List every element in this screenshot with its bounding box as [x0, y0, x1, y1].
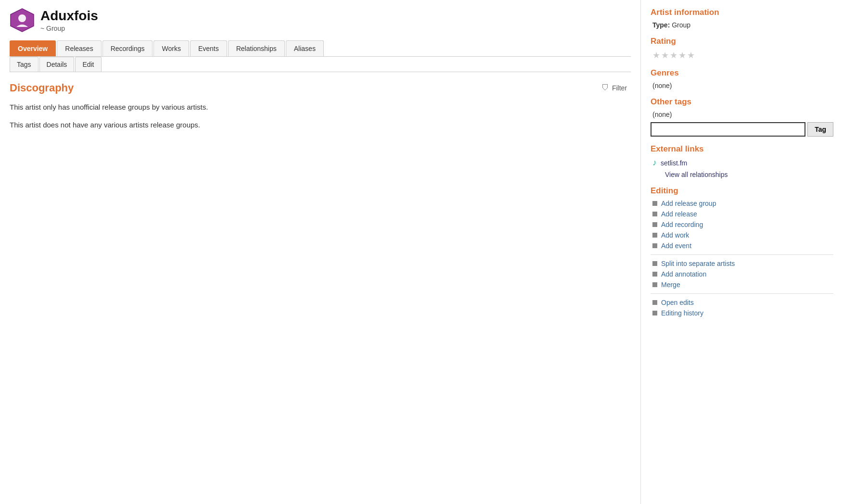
split-into-separate-artists-link[interactable]: Split into separate artists: [661, 260, 735, 267]
add-work-row: Add work: [651, 231, 833, 239]
type-label: Type:: [652, 21, 670, 29]
add-release-link[interactable]: Add release: [661, 210, 697, 218]
edit-square-icon: [652, 233, 657, 238]
merge-link[interactable]: Merge: [661, 281, 680, 289]
star-3[interactable]: ★: [670, 50, 677, 61]
add-event-row: Add event: [651, 242, 833, 250]
discography-message-2: This artist does not have any various ar…: [10, 120, 631, 131]
tag-input-row: Tag: [651, 122, 833, 137]
star-4[interactable]: ★: [678, 50, 686, 61]
external-links-title: External links: [651, 144, 833, 154]
filter-label: Filter: [612, 84, 627, 92]
artist-name: Aduxfois: [40, 8, 98, 24]
open-edits-link[interactable]: Open edits: [661, 299, 694, 306]
edit-square-icon: [652, 201, 657, 206]
star-2[interactable]: ★: [661, 50, 669, 61]
editing-history-row: Editing history: [651, 309, 833, 317]
tag-input[interactable]: [651, 122, 805, 137]
editing-history-link[interactable]: Editing history: [661, 309, 703, 317]
tab-tags[interactable]: Tags: [10, 57, 38, 72]
artist-subtitle: ~ Group: [40, 25, 98, 32]
split-artists-row: Split into separate artists: [651, 260, 833, 267]
artist-type-row: Type: Group: [651, 21, 833, 29]
add-annotation-row: Add annotation: [651, 270, 833, 278]
secondary-tabs-row: Tags Details Edit: [10, 57, 631, 72]
sidebar: Artist information Type: Group Rating ★ …: [641, 0, 843, 504]
discography-header: Discography ⛉ Filter: [10, 82, 631, 94]
genres-value: (none): [651, 82, 833, 89]
discography-title: Discography: [10, 82, 74, 94]
artist-title-group: Aduxfois ~ Group: [40, 8, 98, 32]
tag-button[interactable]: Tag: [807, 122, 833, 137]
add-work-link[interactable]: Add work: [661, 231, 689, 239]
add-release-group-row: Add release group: [651, 200, 833, 207]
artist-header: Aduxfois ~ Group: [10, 8, 631, 33]
type-value: Group: [672, 21, 690, 29]
edit-square-icon: [652, 300, 657, 305]
add-recording-row: Add recording: [651, 221, 833, 228]
svg-point-1: [18, 14, 26, 22]
add-release-group-link[interactable]: Add release group: [661, 200, 716, 207]
other-tags-value: (none): [651, 111, 833, 118]
filter-icon: ⛉: [601, 84, 609, 92]
filter-button[interactable]: ⛉ Filter: [598, 82, 631, 94]
rating-title: Rating: [651, 37, 833, 46]
star-5[interactable]: ★: [687, 50, 695, 61]
edit-square-icon: [652, 311, 657, 315]
page-layout: Aduxfois ~ Group Overview Releases Recor…: [0, 0, 843, 504]
tab-details[interactable]: Details: [39, 57, 75, 72]
other-tags-title: Other tags: [651, 97, 833, 107]
open-edits-row: Open edits: [651, 299, 833, 306]
tab-edit[interactable]: Edit: [75, 57, 101, 72]
setlistfm-link[interactable]: setlist.fm: [661, 159, 687, 167]
add-annotation-link[interactable]: Add annotation: [661, 270, 706, 278]
edit-square-icon: [652, 282, 657, 287]
add-event-link[interactable]: Add event: [661, 242, 691, 250]
edit-square-icon: [652, 261, 657, 266]
discography-message-1: This artist only has unofficial release …: [10, 102, 631, 113]
main-content: Aduxfois ~ Group Overview Releases Recor…: [0, 0, 641, 504]
tab-releases[interactable]: Releases: [57, 40, 101, 56]
merge-row: Merge: [651, 281, 833, 289]
edit-square-icon: [652, 222, 657, 227]
edit-square-icon: [652, 272, 657, 277]
sidebar-divider-1: [651, 254, 833, 255]
tab-relationships[interactable]: Relationships: [228, 40, 285, 56]
tab-aliases[interactable]: Aliases: [286, 40, 324, 56]
edit-square-icon: [652, 243, 657, 248]
sidebar-divider-2: [651, 293, 833, 294]
setlistfm-row: ♪ setlist.fm: [651, 158, 833, 168]
main-tabs-row: Overview Releases Recordings Works Event…: [10, 40, 631, 57]
editing-title: Editing: [651, 186, 833, 196]
rating-stars[interactable]: ★ ★ ★ ★ ★: [651, 50, 833, 61]
add-release-row: Add release: [651, 210, 833, 218]
view-all-relationships-link[interactable]: View all relationships: [665, 171, 728, 178]
tab-works[interactable]: Works: [153, 40, 189, 56]
add-recording-link[interactable]: Add recording: [661, 221, 703, 228]
artist-logo-icon: [10, 8, 35, 33]
artist-info-title: Artist information: [651, 8, 833, 17]
star-1[interactable]: ★: [652, 50, 660, 61]
tab-events[interactable]: Events: [190, 40, 227, 56]
music-note-icon: ♪: [652, 158, 657, 168]
tab-overview[interactable]: Overview: [10, 40, 56, 56]
view-all-relationships-row: View all relationships: [651, 171, 833, 178]
edit-square-icon: [652, 212, 657, 216]
tab-recordings[interactable]: Recordings: [102, 40, 153, 56]
genres-title: Genres: [651, 68, 833, 78]
